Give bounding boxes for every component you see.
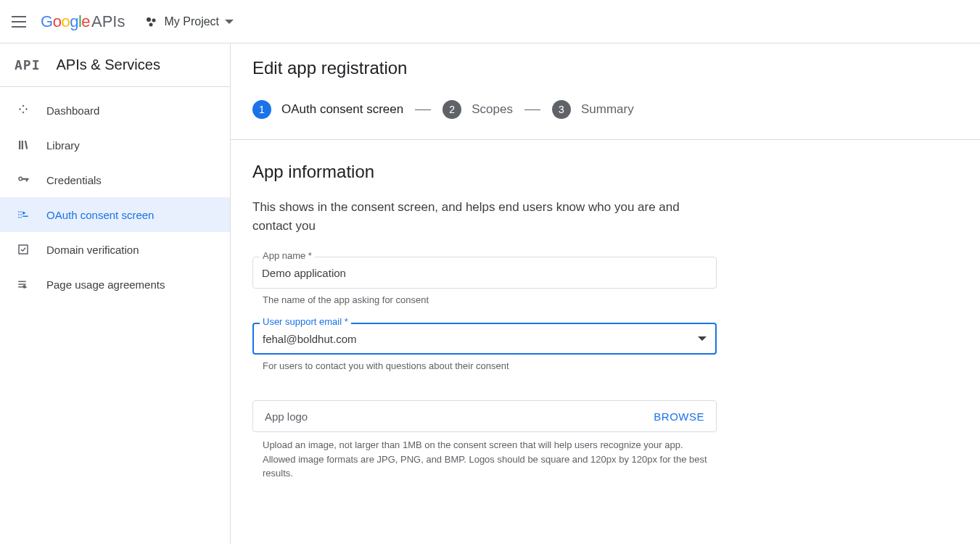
verification-icon — [16, 242, 30, 257]
chevron-down-icon — [698, 336, 707, 341]
sidebar-item-library[interactable]: Library — [0, 128, 230, 162]
key-icon — [16, 173, 30, 187]
library-icon — [16, 138, 30, 152]
step-label: Summary — [581, 102, 634, 117]
sidebar-item-label: Dashboard — [46, 104, 99, 117]
app-name-label: App name * — [260, 250, 315, 261]
sidebar-item-label: Credentials — [46, 174, 102, 186]
step-number: 3 — [552, 100, 571, 119]
svg-point-1 — [152, 18, 156, 22]
sidebar-item-label: Domain verification — [46, 244, 139, 256]
sidebar-item-page-usage[interactable]: Page usage agreements — [0, 267, 230, 302]
sidebar: API APIs & Services Dashboard Library — [0, 44, 231, 545]
page-title: Edit app registration — [231, 44, 980, 93]
step-separator — [415, 109, 431, 110]
project-selector[interactable]: My Project — [139, 11, 239, 33]
support-email-helper: For users to contact you with questions … — [252, 360, 717, 371]
app-logo-helper: Upload an image, not larger than 1MB on … — [252, 438, 717, 481]
sidebar-title: APIs & Services — [57, 57, 160, 73]
dashboard-icon — [16, 103, 30, 117]
sidebar-item-dashboard[interactable]: Dashboard — [0, 93, 230, 128]
sidebar-item-label: OAuth consent screen — [46, 209, 154, 221]
svg-rect-3 — [19, 245, 28, 254]
app-information-section: App information This shows in the consen… — [231, 140, 963, 502]
project-name: My Project — [164, 15, 219, 28]
section-title: App information — [252, 162, 942, 182]
app-logo-label: App logo — [265, 410, 308, 423]
stepper: 1 OAuth consent screen 2 Scopes 3 Summar… — [231, 93, 980, 140]
app-logo-field[interactable]: App logo BROWSE — [252, 400, 717, 432]
section-description: This shows in the consent screen, and he… — [252, 198, 717, 235]
app-name-input[interactable] — [252, 257, 717, 289]
step-label: Scopes — [472, 102, 513, 117]
support-email-value: fehal@boldhut.com — [263, 333, 356, 345]
sidebar-item-domain-verification[interactable]: Domain verification — [0, 232, 230, 267]
sidebar-item-credentials[interactable]: Credentials — [0, 162, 230, 197]
stepper-step-3[interactable]: 3 Summary — [552, 100, 634, 119]
step-number: 1 — [252, 100, 271, 119]
google-apis-logo[interactable]: Google APIs — [41, 12, 125, 31]
logo-apis-text: APIs — [91, 12, 125, 31]
svg-point-2 — [149, 22, 153, 26]
app-name-field-wrap: App name * — [252, 257, 717, 289]
stepper-step-1[interactable]: 1 OAuth consent screen — [252, 100, 403, 119]
step-label: OAuth consent screen — [281, 102, 403, 117]
sidebar-item-oauth-consent[interactable]: OAuth consent screen — [0, 197, 230, 232]
support-email-select[interactable]: fehal@boldhut.com — [252, 323, 717, 355]
browse-button[interactable]: BROWSE — [654, 410, 704, 423]
sidebar-item-label: Library — [46, 139, 80, 152]
stepper-step-2[interactable]: 2 Scopes — [442, 100, 513, 119]
step-number: 2 — [442, 100, 461, 119]
project-dots-icon — [145, 16, 157, 28]
support-email-label: User support email * — [260, 316, 351, 327]
app-header: Google APIs My Project — [0, 0, 980, 44]
consent-icon — [16, 207, 30, 222]
chevron-down-icon — [225, 20, 234, 24]
hamburger-menu-icon[interactable] — [12, 13, 29, 30]
svg-point-0 — [147, 17, 151, 22]
api-icon: API — [15, 57, 41, 73]
app-name-helper: The name of the app asking for consent — [252, 294, 717, 305]
support-email-field-wrap: User support email * fehal@boldhut.com — [252, 323, 717, 355]
main-content: Edit app registration 1 OAuth consent sc… — [231, 44, 980, 545]
step-separator — [524, 109, 540, 110]
sidebar-item-label: Page usage agreements — [46, 278, 165, 291]
agreements-icon — [16, 277, 30, 291]
sidebar-header[interactable]: API APIs & Services — [0, 44, 230, 87]
